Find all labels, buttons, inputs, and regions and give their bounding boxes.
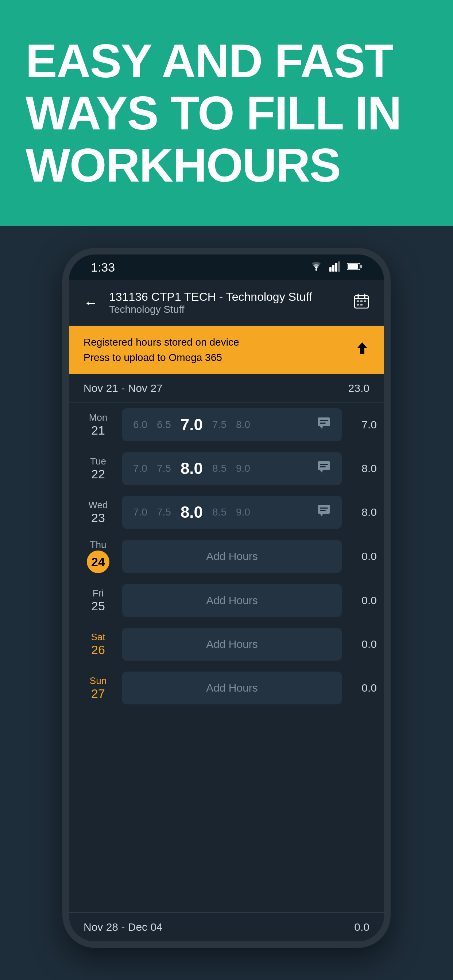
phone-frame: 1:33 — [62, 248, 391, 948]
day-card-mon[interactable]: 6.0 6.5 7.0 7.5 8.0 — [122, 408, 342, 441]
hour-options-wed: 7.0 7.5 8.0 8.5 9.0 — [133, 503, 250, 521]
svg-rect-21 — [320, 423, 326, 424]
svg-rect-3 — [335, 263, 337, 272]
day-hours-mon: 7.0 — [348, 418, 377, 431]
svg-rect-14 — [364, 301, 366, 302]
upload-text: Registered hours stored on device Press … — [83, 335, 239, 365]
hour-opt-8-0-tue[interactable]: 8.0 — [180, 460, 203, 477]
add-hours-thu[interactable]: Add Hours — [206, 550, 258, 563]
hour-opt-7-5-tue[interactable]: 7.5 — [157, 463, 171, 474]
day-name-thu: Thu — [90, 539, 107, 550]
day-row-mon: Mon 21 6.0 6.5 7.0 7.5 8.0 — [69, 403, 384, 447]
hour-opt-7-5[interactable]: 7.5 — [212, 419, 226, 431]
comment-icon-wed[interactable] — [317, 504, 331, 520]
day-row-sat: Sat 26 Add Hours 0.0 — [69, 622, 384, 666]
add-hours-sun[interactable]: Add Hours — [206, 682, 258, 694]
day-label-sat: Sat 26 — [80, 632, 116, 657]
hour-options-tue: 7.0 7.5 8.0 8.5 9.0 — [133, 460, 250, 477]
svg-rect-6 — [348, 264, 358, 269]
hour-opt-8-0-wed[interactable]: 8.0 — [180, 503, 203, 521]
week1-header: Nov 21 - Nov 27 23.0 — [69, 374, 384, 403]
hero-banner: EASY AND FAST WAYS TO FILL IN WORKHOURS — [0, 0, 453, 226]
svg-rect-18 — [318, 417, 330, 426]
comment-icon-mon[interactable] — [317, 417, 331, 433]
add-hours-fri[interactable]: Add Hours — [206, 594, 258, 607]
hour-opt-9-0-wed[interactable]: 9.0 — [236, 506, 250, 518]
back-button[interactable]: ← — [83, 294, 98, 311]
hour-opt-9-0-tue[interactable]: 9.0 — [236, 463, 250, 474]
day-hours-tue: 8.0 — [348, 462, 377, 475]
calendar-icon[interactable] — [353, 293, 370, 313]
hour-opt-6-5[interactable]: 6.5 — [157, 419, 171, 431]
day-card-sat[interactable]: Add Hours — [122, 628, 342, 660]
day-label-mon: Mon 21 — [80, 412, 116, 438]
hour-opt-7-0-wed[interactable]: 7.0 — [133, 506, 147, 518]
svg-rect-4 — [338, 261, 340, 272]
day-row-fri: Fri 25 Add Hours 0.0 — [69, 579, 384, 622]
svg-point-0 — [316, 269, 317, 270]
week1-total: 23.0 — [348, 382, 370, 395]
day-card-tue[interactable]: 7.0 7.5 8.0 8.5 9.0 — [122, 452, 342, 485]
day-num-wed: 23 — [91, 511, 105, 525]
status-time: 1:33 — [91, 260, 115, 275]
comment-icon-tue[interactable] — [317, 460, 331, 476]
svg-rect-16 — [360, 304, 362, 305]
week2-header: Nov 28 - Dec 04 0.0 — [69, 912, 384, 941]
app-header: ← 131136 CTP1 TECH - Technology Stuff Te… — [69, 280, 384, 326]
svg-marker-27 — [320, 514, 323, 517]
day-hours-thu: 0.0 — [348, 550, 377, 563]
day-row-wed: Wed 23 7.0 7.5 8.0 8.5 9.0 — [69, 490, 384, 534]
day-num-sun: 27 — [91, 687, 105, 701]
svg-rect-15 — [357, 304, 359, 305]
svg-marker-19 — [320, 426, 323, 429]
day-label-fri: Fri 25 — [80, 588, 116, 613]
signal-icon — [329, 261, 340, 273]
upload-banner[interactable]: Registered hours stored on device Press … — [69, 326, 384, 374]
header-sub-title: Technology Stuff — [109, 304, 343, 315]
header-title-group: 131136 CTP1 TECH - Technology Stuff Tech… — [109, 290, 343, 315]
day-num-thu: 24 — [87, 550, 109, 573]
battery-icon — [347, 262, 362, 272]
app-content: ← 131136 CTP1 TECH - Technology Stuff Te… — [69, 280, 384, 941]
day-card-wed[interactable]: 7.0 7.5 8.0 8.5 9.0 — [122, 496, 342, 529]
svg-marker-23 — [320, 470, 323, 473]
day-row-sun: Sun 27 Add Hours 0.0 — [69, 666, 384, 710]
svg-rect-12 — [357, 301, 359, 302]
status-icons — [309, 261, 362, 274]
day-label-tue: Tue 22 — [80, 456, 116, 481]
day-name-sat: Sat — [91, 632, 105, 643]
hour-opt-6-0[interactable]: 6.0 — [133, 419, 147, 431]
day-num-fri: 25 — [91, 599, 105, 613]
svg-rect-22 — [318, 461, 330, 470]
day-name-tue: Tue — [90, 456, 106, 467]
background-area: 1:33 — [0, 226, 453, 980]
upload-icon — [355, 341, 370, 359]
day-hours-sun: 0.0 — [348, 682, 377, 694]
day-hours-sat: 0.0 — [348, 638, 377, 651]
hour-opt-8-0[interactable]: 8.0 — [236, 419, 250, 431]
status-bar: 1:33 — [69, 255, 384, 280]
svg-rect-28 — [320, 508, 328, 509]
hour-opt-8-5-wed[interactable]: 8.5 — [212, 506, 226, 518]
hour-opt-7-5-wed[interactable]: 7.5 — [157, 506, 171, 518]
day-num-sat: 26 — [91, 643, 105, 657]
day-card-fri[interactable]: Add Hours — [122, 584, 342, 617]
day-name-sun: Sun — [90, 675, 107, 687]
hour-opt-7-0[interactable]: 7.0 — [180, 415, 203, 434]
svg-rect-26 — [318, 505, 330, 514]
day-hours-wed: 8.0 — [348, 506, 377, 519]
wifi-icon — [309, 261, 323, 274]
hour-opt-8-5-tue[interactable]: 8.5 — [212, 463, 226, 474]
day-num-mon: 21 — [91, 423, 105, 438]
hour-opt-7-0-tue[interactable]: 7.0 — [133, 463, 147, 474]
day-card-sun[interactable]: Add Hours — [122, 671, 342, 705]
svg-rect-1 — [329, 267, 332, 272]
svg-marker-17 — [357, 342, 367, 354]
day-label-thu: Thu 24 — [80, 539, 116, 573]
day-name-fri: Fri — [93, 588, 104, 599]
phone-bottom-bar — [69, 941, 384, 948]
day-num-tue: 22 — [91, 467, 105, 481]
day-hours-fri: 0.0 — [348, 594, 377, 607]
add-hours-sat[interactable]: Add Hours — [206, 638, 258, 651]
day-card-thu[interactable]: Add Hours — [122, 540, 342, 573]
